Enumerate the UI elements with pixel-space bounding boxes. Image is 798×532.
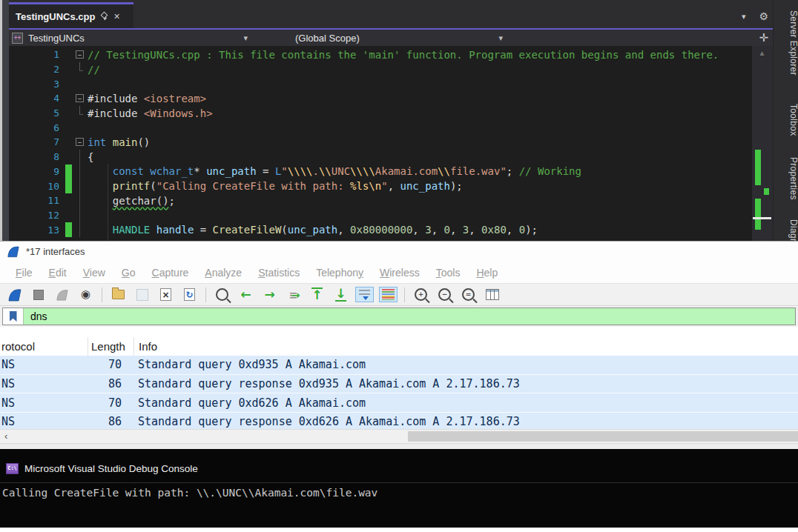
go-bottom-icon[interactable]: ↓ [331,286,351,304]
code-token: unc_path [400,180,449,192]
zoom-out-icon[interactable]: − [435,286,455,304]
resize-columns-icon[interactable] [482,286,502,304]
start-capture-icon[interactable] [4,286,24,304]
code-token: \\\\ [288,165,313,177]
code-text: int main() [88,136,150,148]
menu-view[interactable]: View [75,267,113,279]
split-window-icon[interactable]: ✛ [759,33,768,42]
editor-tab-testinguncs[interactable]: TestingUNCs.cpp × [9,2,133,28]
code-text: #include <iostream> [88,93,206,104]
display-filter-input[interactable]: dns [2,307,796,325]
pin-tab-icon[interactable] [100,12,108,21]
tab-overflow-chevron-icon[interactable]: ▾ [742,12,746,21]
zoom-reset-icon[interactable]: = [458,286,478,304]
code-text: printf("Calling CreateFile with path: %l… [88,180,463,192]
hscroll-left-arrow-icon[interactable]: ‹ [4,430,7,442]
column-header-protocol[interactable]: rotocol [0,337,88,356]
project-dropdown-chevron-icon: ▾ [243,33,248,43]
change-bar [65,222,72,237]
packet-length: 86 [88,415,133,428]
reload-file-icon[interactable]: ↻ [179,286,200,304]
menu-wireless[interactable]: Wireless [372,267,428,279]
packet-list-top-gap [0,327,798,338]
line-number: 6 [9,122,59,133]
code-token: \\\\ [350,165,375,177]
go-top-icon[interactable]: ↑ [307,286,327,304]
hscroll-thumb[interactable] [408,431,798,442]
scrollbar-position-indicator[interactable] [753,217,771,219]
menu-edit[interactable]: Edit [41,267,75,279]
code-token: { [88,151,93,163]
column-header-length[interactable]: Length [88,337,133,356]
code-text: #include <Windows.h> [88,107,213,119]
fold-guide [76,150,86,164]
code-editor[interactable]: 1// TestingUNCs.cpp : This file contains… [9,46,751,241]
menu-capture[interactable]: Capture [144,267,197,279]
fold-collapse-icon[interactable] [76,135,86,150]
code-line: 1// TestingUNCs.cpp : This file contains… [9,47,751,62]
code-token: getchar() [113,195,169,207]
code-token: main [113,136,138,148]
capture-options-icon[interactable]: ◉ [76,286,96,304]
code-token: ; [507,165,519,177]
code-token: = [194,224,212,236]
project-dropdown[interactable]: ++ TestingUNCs ▾ [9,30,254,46]
bookmark-icon [10,311,17,322]
fold-collapse-icon[interactable] [76,91,86,106]
code-line: 9 const wchar_t* unc_path = L"\\\\.\\UNC… [9,164,751,179]
scrollbar-up-arrow-icon[interactable]: ▲ [752,49,772,57]
code-line: 12 [9,208,751,223]
editor-scrollbar[interactable]: ▲ [751,46,772,241]
code-token: UNC [332,165,350,177]
column-header-info[interactable]: Info [133,337,798,356]
change-mark [755,199,761,230]
close-file-icon[interactable]: × [156,286,176,304]
save-file-icon[interactable] [132,286,152,304]
zoom-in-icon[interactable]: + [411,286,431,304]
colorize-icon[interactable] [378,286,398,304]
code-token: #include [88,93,144,104]
menu-telephony[interactable]: Telephony [308,267,372,279]
code-line: 7int main() [9,135,751,150]
menu-file[interactable]: File [7,267,41,279]
go-back-icon[interactable]: ← [236,286,256,304]
menu-tools[interactable]: Tools [428,267,469,279]
console-title: Microsoft Visual Studio Debug Console [24,463,198,474]
line-number: 1 [9,49,59,60]
restart-capture-icon[interactable] [52,286,72,304]
side-tab-properties[interactable]: Properties [774,157,798,200]
packet-row[interactable]: NS70Standard query 0xd935 A Akamai.com [0,356,798,375]
find-packet-icon[interactable] [212,286,232,304]
close-tab-icon[interactable]: × [113,11,119,21]
change-mark [755,150,761,185]
open-file-icon[interactable] [108,286,128,304]
wireshark-fin-icon [7,245,20,258]
code-token: 0 [444,224,450,236]
change-bar-empty [65,62,72,77]
wireshark-toolbar: ◉×↻←→≡→↑↓+−= [0,283,798,306]
menu-help[interactable]: Help [468,267,506,279]
menu-go[interactable]: Go [113,267,144,279]
auto-scroll-icon[interactable] [355,286,375,304]
go-forward-icon[interactable]: → [260,286,280,304]
menu-statistics[interactable]: Statistics [250,267,308,279]
code-text: { [88,151,93,163]
menu-analyze[interactable]: Analyze [197,267,250,279]
packet-list-hscrollbar[interactable]: ‹ [0,429,798,443]
code-line: 11 getchar(); [9,193,751,208]
stop-capture-icon[interactable] [28,286,48,304]
editor-options-gear-icon[interactable]: ⚙ [759,12,768,21]
filter-bookmark-button[interactable] [3,308,24,325]
packet-row[interactable]: NS86Standard query response 0xd935 A Aka… [0,375,798,394]
change-bar-empty [65,150,72,164]
fold-guide [76,76,86,91]
fold-collapse-icon[interactable] [76,47,86,62]
code-token: "Calling CreateFile with path: [156,180,350,192]
side-tab-toolbox[interactable]: Toolbox [774,104,798,136]
scope-dropdown[interactable]: (Global Scope) ▾ [264,30,509,46]
side-tab-server-explorer[interactable]: Server Explorer [774,10,798,76]
line-number: 5 [9,107,59,119]
go-to-packet-icon[interactable]: ≡→ [283,286,303,304]
code-token: 0 [519,224,525,236]
packet-row[interactable]: NS70Standard query 0xd626 A Akamai.com [0,393,798,413]
